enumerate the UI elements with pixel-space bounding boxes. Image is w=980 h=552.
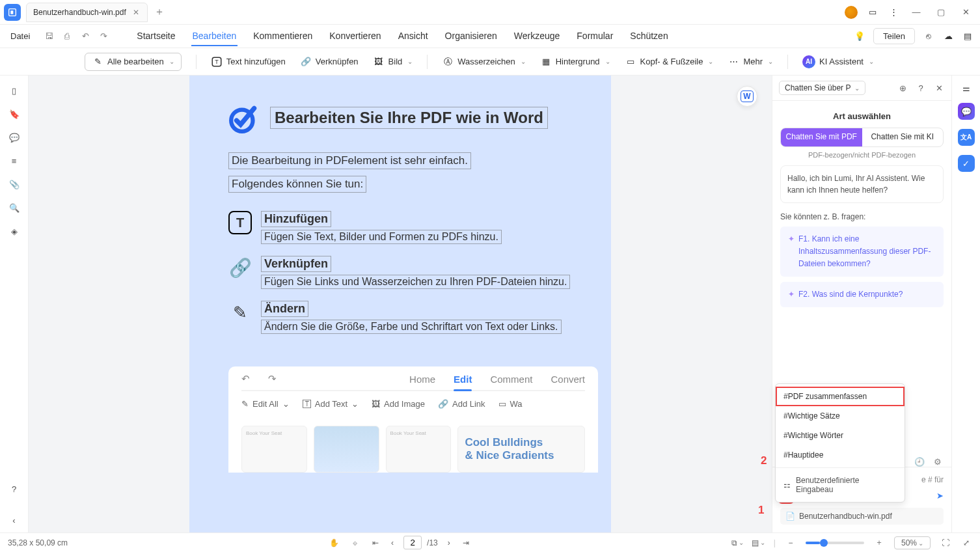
redo-icon[interactable]: ↷ <box>98 31 109 42</box>
app-logo[interactable] <box>4 4 21 21</box>
hand-tool-icon[interactable]: ✋ <box>328 537 340 549</box>
minimize-button[interactable]: — <box>908 5 924 20</box>
fullscreen-icon[interactable]: ⤢ <box>960 537 972 549</box>
tab-schuetzen[interactable]: Schützen <box>629 27 669 46</box>
ai-input-area: 2 1 🕘 ⚙ e # für #PDF zusammenfassen #Wic… <box>772 467 951 532</box>
settings-icon[interactable]: ⚙ <box>932 456 944 467</box>
doc-title: Bearbeiten Sie Ihre PDF wie in Word <box>270 107 548 129</box>
tab-ansicht[interactable]: Ansicht <box>397 27 429 46</box>
tab-title: Benutzerhandbuch-win.pdf <box>33 8 126 17</box>
lightbulb-icon[interactable]: 💡 <box>854 31 865 42</box>
maximize-button[interactable]: ▢ <box>933 5 949 20</box>
layout-icon[interactable]: ▤ <box>753 537 765 549</box>
close-button[interactable]: ✕ <box>958 5 973 20</box>
ai-mode-toggle[interactable]: Chatten Sie mit PDF Chatten Sie mit KI <box>780 128 944 147</box>
tab-kommentieren[interactable]: Kommentieren <box>252 27 314 46</box>
suggestion-2[interactable]: ✦F2. Was sind die Kernpunkte? <box>780 282 944 307</box>
edit-all-button[interactable]: ✎ Alle bearbeiten <box>85 53 182 71</box>
thumbnail-icon[interactable]: ▯ <box>8 85 20 96</box>
watermark-button[interactable]: Ⓐ Wasserzeichen <box>442 56 525 68</box>
add-text-button[interactable]: T Text hinzufügen <box>211 56 286 68</box>
ai-subtitle: Art auswählen <box>780 111 944 121</box>
page-input[interactable] <box>403 536 422 549</box>
suggestions-title: Sie könnten z. B. fragen: <box>780 212 944 221</box>
layers-icon[interactable]: ◈ <box>8 225 20 237</box>
ai-assistant-button[interactable]: AI KI Assistent <box>802 55 874 68</box>
check-rail-icon[interactable]: ✓ <box>958 155 975 172</box>
share-link-icon[interactable]: ⎋ <box>923 31 934 42</box>
link-button[interactable]: 🔗 Verknüpfen <box>300 56 359 68</box>
notification-icon[interactable]: ▭ <box>867 7 878 18</box>
tab-bearbeiten[interactable]: Bearbeiten <box>191 27 238 46</box>
save-icon[interactable]: 🖫 <box>43 31 55 42</box>
feature-title: Verknüpfen <box>261 256 331 272</box>
view-mode-icon[interactable]: ⧉ <box>732 537 744 549</box>
translate-rail-icon[interactable]: 文A <box>958 129 975 146</box>
prev-page-icon[interactable]: ‹ <box>387 537 398 549</box>
attached-file[interactable]: 📄 Benutzerhandbuch-win.pdf <box>780 508 944 525</box>
popup-mainidea[interactable]: #Hauptidee <box>776 445 905 465</box>
comment-icon[interactable]: 💬 <box>8 131 20 143</box>
tab-startseite[interactable]: Startseite <box>135 27 176 46</box>
next-page-icon[interactable]: › <box>443 537 455 549</box>
last-page-icon[interactable]: ⇥ <box>460 537 472 549</box>
more-button[interactable]: ⋯ Mehr <box>728 56 773 68</box>
background-button[interactable]: ▦ Hintergrund <box>540 56 610 68</box>
tab-konvertieren[interactable]: Konvertieren <box>328 27 382 46</box>
document-tab[interactable]: Benutzerhandbuch-win.pdf ✕ <box>26 3 148 22</box>
attachment-icon[interactable]: 📎 <box>8 178 20 190</box>
close-panel-icon[interactable]: ✕ <box>933 82 945 94</box>
send-icon[interactable]: ➤ <box>936 491 944 501</box>
first-page-icon[interactable]: ⇤ <box>370 537 381 549</box>
tab-formular[interactable]: Formular <box>575 27 614 46</box>
image-button[interactable]: 🖼 Bild <box>373 56 413 68</box>
bookmark-icon[interactable]: 🔖 <box>8 108 20 120</box>
popup-custom[interactable]: ⚏Benutzerdefinierte Eingabeau <box>776 471 905 499</box>
toggle-ki[interactable]: Chatten Sie mit KI <box>862 128 944 146</box>
select-tool-icon[interactable]: ⟐ <box>349 537 361 549</box>
new-chat-icon[interactable]: ⊕ <box>897 82 908 94</box>
help-icon[interactable]: ? <box>915 82 927 94</box>
fields-icon[interactable]: ≡ <box>8 155 20 167</box>
panel-toggle-icon[interactable]: ▤ <box>962 31 973 42</box>
new-tab-button[interactable]: ＋ <box>154 5 165 19</box>
user-avatar[interactable] <box>845 6 858 19</box>
file-menu[interactable]: Datei <box>7 29 34 44</box>
toggle-pdf[interactable]: Chatten Sie mit PDF <box>781 128 862 146</box>
help-icon[interactable]: ? <box>8 483 20 495</box>
zoom-value[interactable]: 50% <box>894 536 931 549</box>
spark-icon: ✦ <box>788 233 795 271</box>
share-button[interactable]: Teilen <box>873 28 915 44</box>
cloud-upload-icon[interactable]: ☁ <box>942 31 954 42</box>
doc-paragraph: Die Bearbeitung in PDFelement ist sehr e… <box>228 152 471 169</box>
document-canvas[interactable]: W Bearbeiten Sie Ihre PDF wie in Word Di… <box>29 76 772 532</box>
export-word-badge[interactable]: W <box>737 86 757 107</box>
popup-sentences[interactable]: #Wichtige Sätze <box>776 406 905 426</box>
zoom-in-icon[interactable]: ＋ <box>873 537 885 549</box>
ai-rail-icon[interactable]: 💬 <box>958 103 975 120</box>
tab-organisieren[interactable]: Organisieren <box>444 27 498 46</box>
spark-icon: ✦ <box>788 288 795 301</box>
sliders-icon: ⚏ <box>783 480 791 490</box>
zoom-out-icon[interactable]: − <box>785 537 796 549</box>
ai-note: PDF-bezogen/nicht PDF-bezogen <box>780 151 944 159</box>
sliders-icon[interactable]: ⚌ <box>960 82 972 94</box>
kebab-icon[interactable]: ⋮ <box>888 7 899 18</box>
suggestion-1[interactable]: ✦F1. Kann ich eine Inhaltszusammenfassun… <box>780 227 944 277</box>
close-icon[interactable]: ✕ <box>131 8 141 17</box>
history-icon[interactable]: 🕘 <box>914 456 925 467</box>
ai-context-selector[interactable]: Chatten Sie über P <box>779 81 865 95</box>
undo-icon[interactable]: ↶ <box>79 31 91 42</box>
popup-words[interactable]: #Wichtige Wörter <box>776 426 905 445</box>
chain-icon: 🔗 <box>228 256 252 279</box>
tab-werkzeuge[interactable]: Werkzeuge <box>513 27 562 46</box>
search-icon[interactable]: 🔍 <box>8 202 20 214</box>
header-footer-button[interactable]: ▭ Kopf- & Fußzeile <box>625 56 714 68</box>
ai-greeting: Hallo, ich bin Lumi, Ihr AI Assistent. W… <box>780 165 944 203</box>
pdf-page: Bearbeiten Sie Ihre PDF wie in Word Die … <box>189 76 611 532</box>
zoom-slider[interactable] <box>806 542 864 544</box>
collapse-icon[interactable]: ‹ <box>8 514 20 526</box>
fit-page-icon[interactable]: ⛶ <box>940 537 951 549</box>
print-icon[interactable]: ⎙ <box>61 31 73 42</box>
popup-summarize[interactable]: #PDF zusammenfassen <box>776 387 905 406</box>
